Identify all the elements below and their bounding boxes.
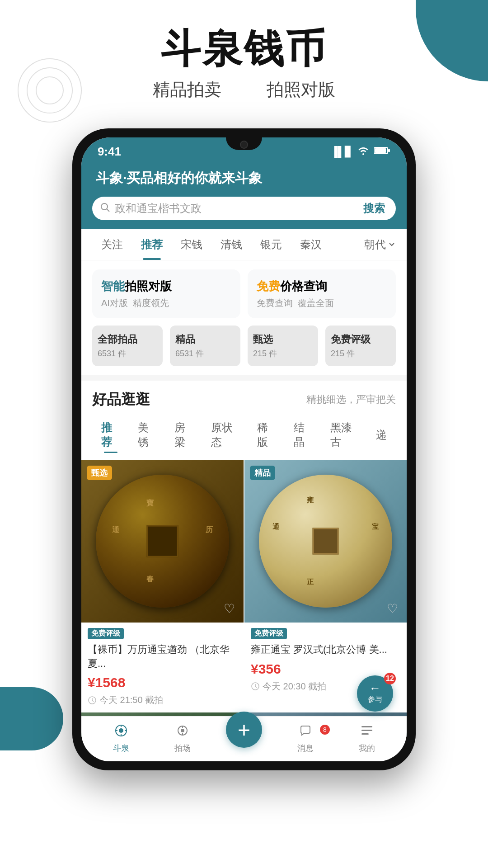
tag-free-grade-1: 免费评级 [88, 628, 124, 639]
nav-auction-icon [176, 724, 189, 741]
search-container: 政和通宝楷书文政 搜索 [81, 197, 407, 229]
tab-qing[interactable]: 清钱 [211, 229, 251, 260]
app-bar-title: 斗象·买品相好的你就来斗象 [96, 169, 392, 188]
section-meta: 精挑细选，严审把关 [306, 393, 396, 406]
nav-message-badge: 8 [320, 725, 330, 735]
app-title: 斗泉钱币 [0, 27, 488, 71]
status-icons: ▐▌▊ [331, 146, 390, 158]
feature-cards: 智能拍照对版 AI对版 精度领先 免费价格查询 免费查询 [81, 260, 407, 326]
product-img-2: 雍 正 通 宝 精品 ♡ [244, 460, 407, 623]
subcat-beam[interactable]: 房梁 [165, 417, 202, 453]
nav-item-auction[interactable]: 拍场 [152, 724, 213, 754]
fab-button[interactable]: 12 ← 参与 [357, 675, 393, 712]
phone-screen: 9:41 ▐▌▊ [81, 137, 407, 761]
search-icon [99, 202, 110, 215]
product-time-1: 今天 21:50 截拍 [88, 694, 237, 706]
subcat-more[interactable]: 递 [367, 424, 396, 446]
auction-cat-curated[interactable]: 甄选 215 件 [248, 326, 318, 366]
subcat-crystal[interactable]: 结晶 [285, 417, 321, 453]
product-heart-1[interactable]: ♡ [221, 601, 237, 617]
search-bar[interactable]: 政和通宝楷书文政 搜索 [92, 197, 396, 220]
nav-add-button[interactable]: + [226, 712, 262, 748]
nav-home-label: 斗泉 [113, 743, 129, 754]
fab-badge: 12 [384, 673, 396, 684]
auction-cat-grade[interactable]: 免费评级 215 件 [325, 326, 396, 366]
svg-point-17 [181, 729, 184, 732]
tab-silver[interactable]: 银元 [251, 229, 291, 260]
signal-icon: ▐▌▊ [331, 146, 352, 158]
fab-icon: ← [369, 682, 381, 694]
subcat-original[interactable]: 原状态 [202, 417, 248, 453]
nav-message-icon [299, 724, 312, 741]
nav-center: + [213, 730, 275, 748]
nav-item-home[interactable]: 斗泉 [90, 724, 152, 754]
svg-rect-4 [375, 148, 386, 153]
svg-rect-20 [361, 726, 372, 727]
fab-container: 12 ← 参与 [357, 675, 393, 712]
tab-recommend[interactable]: 推荐 [132, 229, 172, 260]
feature-highlight-free: 免费 [257, 279, 280, 293]
auction-cat-all[interactable]: 全部拍品 6531 件 [92, 326, 163, 366]
feature-card-price[interactable]: 免费价格查询 免费查询 覆盖全面 [248, 269, 396, 318]
search-button[interactable]: 搜索 [360, 201, 389, 216]
phone-wrapper: 9:41 ▐▌▊ [0, 128, 488, 770]
sub-categories: 推荐 美锈 房梁 原状态 稀版 结晶 黑漆古 递 [81, 413, 407, 460]
product-name-2: 雍正通宝 罗汉式(北京公博 美... [251, 643, 400, 657]
subcat-rare[interactable]: 稀版 [248, 417, 285, 453]
nav-profile-label: 我的 [359, 743, 375, 754]
product-name-1: 【裸币】万历通宝遒劲 （北京华夏... [88, 643, 237, 671]
bottom-nav: 斗泉 拍场 + [81, 716, 407, 761]
subcat-patina[interactable]: 美锈 [129, 417, 165, 453]
feature-card-photo[interactable]: 智能拍照对版 AI对版 精度领先 [92, 269, 240, 318]
nav-item-profile[interactable]: 我的 [336, 724, 398, 754]
app-subtitle: 精品拍卖 拍照对版 [0, 78, 488, 101]
product-info-1: 免费评级 【裸币】万历通宝遒劲 （北京华夏... ¥1568 今天 21:50 … [81, 623, 244, 712]
svg-line-7 [107, 209, 110, 212]
nav-item-message[interactable]: 8 消息 [275, 724, 336, 754]
section-header: 好品逛逛 精挑细选，严审把关 [81, 381, 407, 413]
scroll-content[interactable]: 智能拍照对版 AI对版 精度领先 免费价格查询 免费查询 [81, 260, 407, 737]
subcat-recommend[interactable]: 推荐 [92, 417, 129, 453]
tab-qin[interactable]: 秦汉 [291, 229, 331, 260]
nav-home-icon [114, 724, 128, 741]
product-heart-2[interactable]: ♡ [384, 601, 400, 617]
tag-free-grade-2: 免费评级 [251, 628, 287, 639]
nav-auction-label: 拍场 [174, 743, 191, 754]
product-card-1[interactable]: 寶 春 通 历 甄选 ♡ 免费评级 [81, 460, 244, 712]
auction-categories: 全部拍品 6531 件 精品 6531 件 甄选 215 件 [81, 326, 407, 375]
feature-highlight-smart: 智能 [101, 279, 125, 293]
fab-label: 参与 [368, 695, 382, 704]
product-badge-1: 甄选 [87, 466, 112, 480]
product-badge-2: 精品 [250, 466, 275, 480]
product-card-2[interactable]: 雍 正 通 宝 精品 ♡ 免费评级 [244, 460, 407, 712]
feature-card-price-title: 免费价格查询 [257, 278, 387, 294]
tab-follow[interactable]: 关注 [92, 229, 132, 260]
search-placeholder-text[interactable]: 政和通宝楷书文政 [115, 201, 355, 216]
nav-profile-icon [360, 724, 374, 741]
tab-song[interactable]: 宋钱 [172, 229, 211, 260]
feature-card-photo-sub: AI对版 精度领先 [101, 297, 231, 309]
section-title: 好品逛逛 [92, 390, 150, 410]
subcat-lacquer[interactable]: 黑漆古 [321, 417, 367, 453]
app-bar: 斗象·买品相好的你就来斗象 [81, 163, 407, 197]
svg-rect-21 [361, 730, 372, 731]
subtitle-right: 拍照对版 [267, 78, 335, 101]
svg-rect-22 [361, 733, 369, 735]
nav-message-label: 消息 [297, 743, 314, 754]
subtitle-left: 精品拍卖 [153, 78, 221, 101]
feature-card-price-sub: 免费查询 覆盖全面 [257, 297, 387, 309]
product-price-2: ¥356 [251, 661, 400, 677]
category-tabs: 关注 推荐 宋钱 清钱 银元 秦汉 朝代 [81, 229, 407, 260]
tab-more[interactable]: 朝代 [364, 237, 396, 252]
battery-icon [374, 146, 390, 158]
feature-card-photo-title: 智能拍照对版 [101, 278, 231, 294]
svg-point-6 [101, 203, 108, 210]
product-tags-1: 免费评级 [88, 628, 237, 639]
product-tags-2: 免费评级 [251, 628, 400, 639]
product-price-1: ¥1568 [88, 675, 237, 690]
status-time: 9:41 [98, 145, 121, 159]
phone-mockup: 9:41 ▐▌▊ [72, 128, 416, 770]
svg-point-11 [119, 728, 123, 733]
product-img-1: 寶 春 通 历 甄选 ♡ [81, 460, 244, 623]
auction-cat-premium[interactable]: 精品 6531 件 [170, 326, 240, 366]
